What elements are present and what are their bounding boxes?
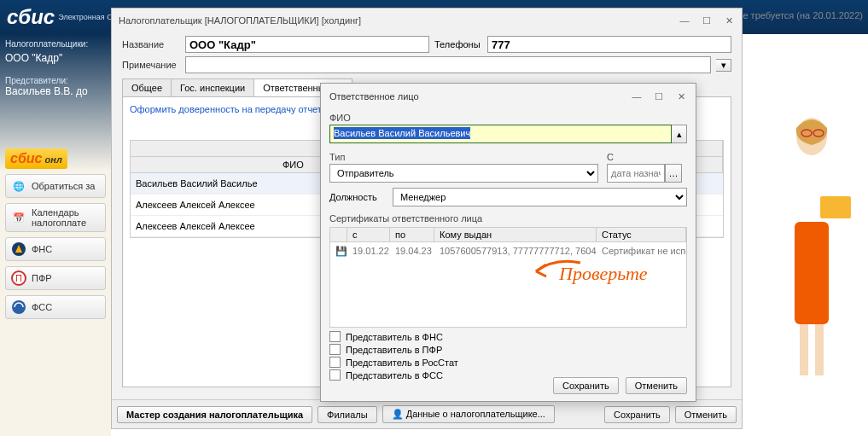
chk-fss-label: Представитель в ФСС [346,370,443,381]
calendar-icon: 📅 [11,210,26,225]
cert-label: Сертификаты ответственного лица [329,213,687,224]
tab-general[interactable]: Общее [122,78,172,96]
responsible-person-dialog: Ответственное лицо ― ☐ ✕ ФИО Васильев Ва… [320,83,696,402]
floppy-icon: 💾 [330,244,347,259]
online-suffix: онл [42,154,61,165]
person-icon: 👤 [392,409,404,419]
name-label: Название [122,39,180,49]
decorative-illustration [760,102,863,411]
tel-input[interactable] [487,36,731,53]
fio-value: Васильев Василий Васильевич [334,127,470,139]
fio-dropdown-icon[interactable]: ▴ [672,125,687,143]
sidebar-item-label: ФНС [32,244,52,254]
sidebar-org[interactable]: ООО "Кадр" [5,52,106,64]
modal-cancel-button[interactable]: Отменить [626,377,687,394]
chk-pfr-label: Представитель в ПФР [346,345,442,355]
sidebar: Налогоплательщики: ООО "Кадр" Представит… [0,34,111,436]
type-select[interactable]: Отправитель [329,164,598,183]
sidebar-item-fns[interactable]: ФНС [5,237,106,261]
taxpayer-data-label: Данные о налогоплательщике... [406,409,545,419]
modal-save-button[interactable]: Сохранить [553,377,619,394]
cert-issued: 1057600577913, 77777777712, 7604074 [434,244,597,259]
sidebar-item-fss[interactable]: ФСС [5,295,106,319]
bottom-bar: Мастер создания налогоплательщика Филиал… [112,399,742,428]
position-select[interactable]: Менеджер [393,188,687,206]
save-button[interactable]: Сохранить [604,406,670,423]
sidebar-item-label: Календарь налогоплате [32,207,86,228]
cert-from: 19.01.22 [347,244,390,259]
maximize-icon[interactable]: ☐ [701,15,713,26]
win1-title: Налогоплательщик [НАЛОГОПЛАТЕЛЬЩИКИ] [хо… [119,15,361,26]
cert-table: с по Кому выдан Статус 💾 19.01.22 19.04.… [329,227,687,328]
svg-rect-8 [815,324,824,375]
cert-status: Сертификат не испол [597,244,686,259]
fss-icon [11,299,26,315]
sidebar-item-contact[interactable]: 🌐 Обратиться за [5,174,106,198]
win1-titlebar: Налогоплательщик [НАЛОГОПЛАТЕЛЬЩИКИ] [хо… [112,9,742,32]
chk-rosstat-label: Представитель в РосСтат [346,358,458,368]
taxpayer-data-button[interactable]: 👤 Данные о налогоплательщике... [382,405,555,423]
wizard-button[interactable]: Мастер создания налогоплательщика [117,406,312,423]
online-brand: сбис [10,151,42,166]
sidebar-item-label: ПФР [32,273,52,283]
note-dropdown-icon[interactable]: ▾ [716,59,731,72]
chk-fss[interactable] [329,369,341,381]
type-label: Тип [329,152,590,162]
cert-col-issued[interactable]: Кому выдан [434,228,597,241]
power-of-attorney-link[interactable]: Оформить доверенность на передачу отчетн [130,104,327,114]
win2-title: Ответственное лицо [329,91,419,102]
tel-label: Телефоны [434,39,482,49]
cert-to: 19.04.23 [390,244,434,259]
chk-fns-label: Представитель в ФНС [346,332,443,342]
pfr-icon: П [11,270,26,286]
tab-inspections[interactable]: Гос. инспекции [171,78,254,96]
svg-rect-6 [795,222,829,324]
online-badge[interactable]: сбис онл [5,148,67,169]
position-label: Должность [329,192,384,202]
fio-label: ФИО [329,113,687,123]
note-label: Примечание [122,60,180,70]
date-picker-button[interactable]: … [665,164,682,183]
sidebar-item-label: ФСС [32,302,52,312]
close-icon[interactable]: ✕ [723,15,735,26]
svg-rect-7 [800,324,808,375]
branches-button[interactable]: Филиалы [317,406,377,423]
sidebar-rep-name[interactable]: Васильев В.В. до [5,85,106,97]
minimize-icon[interactable]: ― [631,90,643,102]
globe-icon: 🌐 [11,178,26,194]
cert-col-status[interactable]: Статус [597,228,686,241]
fio-input[interactable]: Васильев Василий Васильевич [329,125,672,143]
maximize-icon[interactable]: ☐ [653,90,665,102]
close-icon[interactable]: ✕ [675,90,687,102]
name-input[interactable] [185,36,429,53]
note-input[interactable] [185,56,711,73]
sidebar-item-label: Обратиться за [32,181,95,191]
sidebar-item-pfr[interactable]: П ПФР [5,266,106,290]
cancel-button[interactable]: Отменить [675,406,737,423]
fns-icon [11,241,26,257]
cert-col-from[interactable]: с [347,228,390,241]
chk-pfr[interactable] [329,344,341,355]
cert-col-to[interactable]: по [390,228,434,241]
from-label: С [607,152,679,162]
date-input[interactable] [607,164,665,183]
sidebar-label-reps: Представители: [5,76,106,85]
chk-fns[interactable] [329,331,341,342]
logo-text: сбис [7,5,55,29]
svg-rect-9 [820,196,851,218]
sidebar-item-calendar[interactable]: 📅 Календарь налогоплате [5,203,106,232]
sidebar-label-taxpayers: Налогоплательщики: [5,39,106,49]
svg-text:П: П [15,273,22,283]
minimize-icon[interactable]: ― [679,15,690,26]
chk-rosstat[interactable] [329,357,341,368]
cert-row[interactable]: 💾 19.01.22 19.04.23 1057600577913, 77777… [330,242,686,260]
